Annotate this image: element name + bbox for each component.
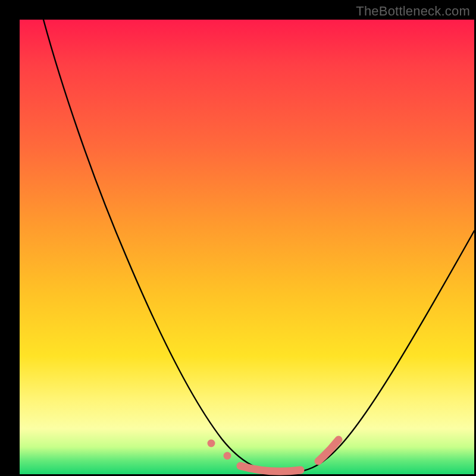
bottleneck-curve [43, 20, 474, 473]
outer-frame: TheBottleneck.com [0, 0, 476, 476]
watermark-text: TheBottleneck.com [356, 4, 470, 19]
gradient-plot-area [20, 20, 474, 474]
marker-dot-1 [208, 440, 215, 447]
curve-layer [20, 20, 474, 474]
marker-dot-2 [224, 452, 231, 460]
marker-valley-segment [240, 466, 300, 471]
